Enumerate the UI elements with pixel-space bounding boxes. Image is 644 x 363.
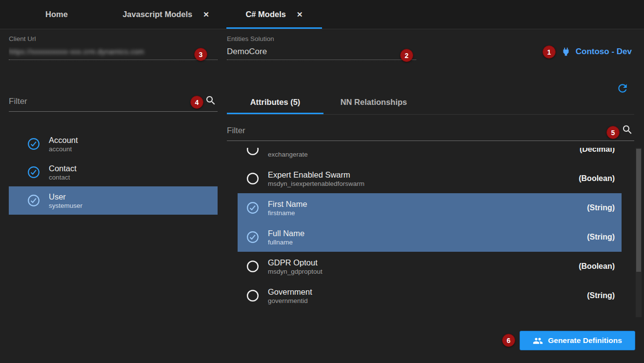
entity-row-user[interactable]: User systemuser xyxy=(9,186,218,215)
app-window: Home Javascript Models ✕ C# Models ✕ Cli… xyxy=(0,0,644,363)
close-icon[interactable]: ✕ xyxy=(297,11,303,18)
attribute-name: First Name xyxy=(268,199,307,209)
unchecked-icon xyxy=(246,260,259,273)
tab-home[interactable]: Home xyxy=(8,0,105,29)
attribute-row-exchangerate[interactable]: exchangerate (Decimal) xyxy=(238,148,622,164)
search-icon[interactable] xyxy=(205,95,217,106)
attribute-name: Expert Enabled Swarm xyxy=(268,170,364,180)
unchecked-icon xyxy=(246,172,259,185)
attribute-row-government[interactable]: Government governmentid (String) xyxy=(238,281,622,310)
attribute-type: (String) xyxy=(587,203,615,212)
entity-logical-name: account xyxy=(49,145,78,153)
annotation-badge-5: 5 xyxy=(606,126,620,139)
checked-icon xyxy=(246,202,259,214)
entities-solution-label: Entities Solution xyxy=(227,35,416,42)
close-icon[interactable]: ✕ xyxy=(203,11,209,18)
tab-nn-relationships[interactable]: NN Relationships xyxy=(323,90,424,114)
entity-filter xyxy=(9,94,218,112)
tab-csharp-models-label: C# Models xyxy=(245,10,286,19)
top-tab-bar: Home Javascript Models ✕ C# Models ✕ xyxy=(0,0,644,29)
generate-definitions-label: Generate Definitions xyxy=(548,336,622,345)
connection-selector[interactable]: Contoso - Dev xyxy=(561,45,632,59)
tab-csharp-models[interactable]: C# Models ✕ xyxy=(226,0,322,29)
attribute-logical-name: governmentid xyxy=(268,297,312,305)
entity-logical-name: systemuser xyxy=(49,202,82,210)
tab-attributes-label: Attributes (5) xyxy=(250,98,301,107)
annotation-badge-2: 2 xyxy=(400,49,413,62)
generate-definitions-button[interactable]: Generate Definitions xyxy=(520,331,635,350)
attribute-type: (Boolean) xyxy=(579,174,615,183)
connection-icon xyxy=(561,46,571,57)
search-icon[interactable] xyxy=(622,124,633,136)
attribute-row-full-name[interactable]: Full Name fullname (String) xyxy=(238,222,622,252)
entity-filter-input[interactable] xyxy=(9,94,218,112)
entity-name: User xyxy=(49,192,82,202)
attribute-list: exchangerate (Decimal) Expert Enabled Sw… xyxy=(238,148,622,317)
people-icon xyxy=(533,336,543,346)
annotation-badge-4: 4 xyxy=(190,96,203,109)
scrollbar-thumb[interactable] xyxy=(636,149,641,272)
attribute-logical-name: exchangerate xyxy=(268,150,308,159)
entity-list: Account account Contact contact User sys… xyxy=(9,130,218,215)
attribute-logical-name: msdyn_isexpertenabledforswarm xyxy=(268,180,364,188)
attribute-name: Full Name xyxy=(268,228,304,238)
attribute-logical-name: fullname xyxy=(268,238,304,246)
annotation-badge-1: 1 xyxy=(543,45,556,59)
client-url-label: Client Url xyxy=(9,35,218,42)
checked-icon xyxy=(27,194,40,207)
tab-attributes[interactable]: Attributes (5) xyxy=(227,90,323,114)
tab-javascript-models[interactable]: Javascript Models ✕ xyxy=(105,0,226,29)
attribute-logical-name: msdyn_gdproptout xyxy=(268,267,322,276)
entities-solution-field: Entities Solution DemoCore xyxy=(227,35,416,60)
client-url-field: Client Url https://xxxxxxxxxx-xxx.crm.dy… xyxy=(9,35,218,60)
checked-icon xyxy=(27,138,40,150)
attribute-row-first-name[interactable]: First Name firstname (String) xyxy=(238,193,622,222)
checked-icon xyxy=(27,166,40,179)
client-url-redacted-text: https://xxxxxxxxxx-xxx.crm.dynamics.com xyxy=(9,48,144,56)
attribute-type: (String) xyxy=(587,291,615,300)
client-url-value[interactable]: https://xxxxxxxxxx-xxx.crm.dynamics.com xyxy=(9,47,218,60)
tab-nn-relationships-label: NN Relationships xyxy=(341,98,407,107)
attribute-type: (String) xyxy=(587,233,615,242)
connection-name: Contoso - Dev xyxy=(576,47,632,57)
entities-solution-value[interactable]: DemoCore xyxy=(227,47,416,60)
tab-home-label: Home xyxy=(45,10,68,19)
attribute-filter-input[interactable] xyxy=(227,123,634,141)
checked-icon xyxy=(246,231,259,243)
attribute-filter xyxy=(227,123,634,141)
annotation-badge-3: 3 xyxy=(194,48,207,61)
attribute-name: Government xyxy=(268,287,312,297)
entity-logical-name: contact xyxy=(49,173,77,182)
entity-row-account[interactable]: Account account xyxy=(9,130,218,158)
entity-name: Account xyxy=(49,135,78,145)
attribute-list-scrollbar[interactable] xyxy=(636,148,642,317)
annotation-badge-6: 6 xyxy=(502,334,515,347)
attribute-row-expert-enabled-swarm[interactable]: Expert Enabled Swarm msdyn_isexpertenabl… xyxy=(238,164,622,193)
attribute-name: GDPR Optout xyxy=(268,258,322,267)
attribute-row-gdpr-optout[interactable]: GDPR Optout msdyn_gdproptout (Boolean) xyxy=(238,252,622,281)
entity-name: Contact xyxy=(49,163,77,173)
attribute-type: (Decimal) xyxy=(580,148,615,154)
right-panel-tab-bar: Attributes (5) NN Relationships xyxy=(227,90,634,115)
attribute-type: (Boolean) xyxy=(579,262,615,271)
attribute-logical-name: firstname xyxy=(268,209,307,217)
entity-row-contact[interactable]: Contact contact xyxy=(9,158,218,186)
tab-javascript-models-label: Javascript Models xyxy=(122,10,192,19)
unchecked-icon xyxy=(246,148,259,156)
unchecked-icon xyxy=(246,289,259,302)
